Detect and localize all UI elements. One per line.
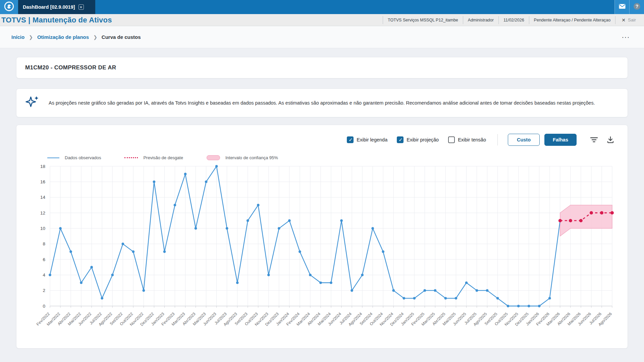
download-icon[interactable]	[607, 136, 614, 143]
totvs-logo-button[interactable]	[0, 0, 18, 14]
totvs-logo-icon	[3, 1, 15, 13]
svg-text:14: 14	[40, 195, 46, 200]
exit-icon: ✕	[622, 17, 626, 23]
checkbox-exibir-legenda[interactable]: Exibir legenda	[347, 136, 387, 143]
app-header: TOTVS | Manutenção de Ativos TOTVS Servi…	[0, 14, 644, 26]
chevron-right-icon: ❯	[93, 35, 97, 40]
tab-dashboard[interactable]: DashBoard [02.9.0019] ✕	[18, 0, 95, 14]
ai-sparkle-icon	[25, 95, 40, 111]
asset-title: M1CM20 - COMPRESSOR DE AR	[25, 64, 619, 71]
svg-text:16: 16	[40, 179, 45, 184]
legend-observed: Dados observados	[47, 155, 101, 160]
chart-tools	[590, 136, 618, 143]
svg-text:0: 0	[43, 304, 45, 309]
date-label: 11/02/2026	[499, 18, 529, 22]
breadcrumb-current: Curva de custos	[102, 34, 141, 40]
help-button[interactable]: ?	[629, 0, 644, 14]
checkbox-checked-icon[interactable]	[397, 136, 404, 143]
checkbox-label: Exibir tensão	[458, 137, 486, 142]
logout-button[interactable]: ✕ Sair	[615, 17, 639, 23]
topbar-actions: ?	[614, 0, 644, 14]
page-content: M1CM20 - COMPRESSOR DE AR As projeções n…	[0, 48, 644, 349]
mail-button[interactable]	[614, 0, 629, 14]
checkbox-unchecked-icon[interactable]	[448, 136, 455, 143]
logout-label: Sair	[628, 17, 636, 22]
ai-notice-card: As projeções neste gráfico são geradas p…	[16, 88, 628, 117]
svg-text:10: 10	[40, 226, 45, 231]
checkbox-exibir-tensao[interactable]: Exibir tensão	[448, 136, 486, 143]
svg-text:6: 6	[43, 257, 45, 262]
tab-close-icon[interactable]: ✕	[78, 4, 84, 10]
checkbox-label: Exibir legenda	[357, 137, 387, 142]
legend-confidence: Intervalo de confiança 95%	[207, 155, 278, 160]
legend-label: Intervalo de confiança 95%	[225, 155, 278, 160]
svg-text:?: ?	[635, 4, 638, 9]
chart-controls: Exibir legenda Exibir projeção Exibir te…	[24, 132, 620, 146]
divider	[497, 134, 498, 145]
observed-line-swatch	[47, 158, 59, 158]
svg-text:18: 18	[40, 164, 45, 169]
chevron-right-icon: ❯	[29, 35, 33, 40]
chart-legend: Dados observados Previsão de desgate Int…	[47, 155, 620, 160]
confidence-band-swatch	[207, 155, 220, 160]
mail-icon	[618, 2, 626, 12]
overflow-menu-icon[interactable]: ...	[619, 34, 633, 41]
custo-button[interactable]: Custo	[508, 134, 540, 146]
window-topbar: DashBoard [02.9.0019] ✕ ?	[0, 0, 644, 14]
svg-text:2: 2	[43, 288, 45, 293]
projection-line-swatch	[124, 157, 138, 158]
asset-card: M1CM20 - COMPRESSOR DE AR	[16, 57, 628, 78]
checkbox-label: Exibir projeção	[407, 137, 439, 142]
status-label: Pendente Alteraçao / Pendente Alteraçao	[529, 18, 615, 22]
breadcrumb-inicio[interactable]: Início	[11, 34, 24, 40]
breadcrumb: Início ❯ Otimização de planos ❯ Curva de…	[0, 26, 644, 48]
legend-label: Dados observados	[65, 155, 101, 160]
app-title: TOTVS | Manutenção de Ativos	[1, 16, 112, 24]
filter-icon[interactable]	[590, 137, 598, 143]
user-label: Administrador	[463, 18, 498, 22]
checkbox-checked-icon[interactable]	[347, 136, 354, 143]
session-info: TOTVS Serviços MSSQL P12_itambe Administ…	[383, 16, 639, 24]
ai-notice-text: As projeções neste gráfico são geradas p…	[49, 98, 595, 108]
legend-projection: Previsão de desgate	[124, 155, 183, 160]
chart-card: Exibir legenda Exibir projeção Exibir te…	[16, 125, 628, 349]
falhas-button[interactable]: Falhas	[544, 134, 577, 146]
checkbox-exibir-projecao[interactable]: Exibir projeção	[397, 136, 439, 143]
svg-text:12: 12	[40, 210, 45, 216]
tab-title: DashBoard [02.9.0019]	[23, 4, 75, 10]
breadcrumb-otimizacao[interactable]: Otimização de planos	[37, 34, 89, 40]
cost-curve-chart: 024681012141618Fev/2022Mar/2022Abr/2022M…	[24, 161, 618, 344]
svg-text:4: 4	[43, 273, 45, 278]
svg-text:8: 8	[43, 241, 45, 246]
help-icon: ?	[633, 2, 641, 12]
legend-label: Previsão de desgate	[143, 155, 183, 160]
environment-label: TOTVS Serviços MSSQL P12_itambe	[383, 18, 463, 22]
